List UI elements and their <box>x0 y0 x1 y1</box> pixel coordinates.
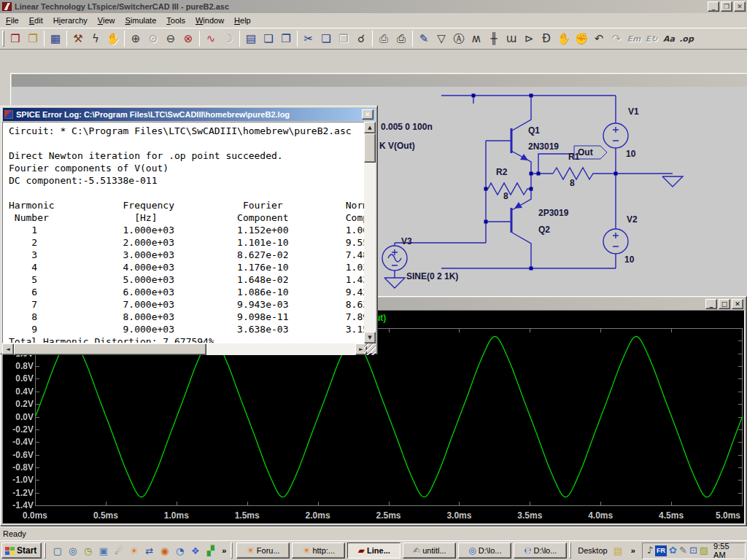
menu-file[interactable]: File <box>1 14 24 27</box>
menu-hierarchy[interactable]: Hierarchy <box>48 14 93 27</box>
copy-button[interactable]: ❏ <box>317 30 335 47</box>
task-untitled[interactable]: ✍untitl... <box>403 542 456 559</box>
open-file-button[interactable]: ❐ <box>24 30 42 47</box>
quicklaunch-show-desktop[interactable]: ▢ <box>50 543 65 559</box>
quicklaunch-search[interactable]: ◎ <box>65 543 80 559</box>
task-explorer-1-label: D:\lo... <box>479 546 502 555</box>
r1-value: 8 <box>570 178 575 188</box>
zoom-in-button[interactable]: ⊕ <box>127 30 144 47</box>
quicklaunch-mozilla[interactable]: ☄ <box>111 543 126 559</box>
volume-tray-icon[interactable]: ♪ <box>647 545 653 556</box>
task-explorer-1[interactable]: ◎D:\lo... <box>458 542 511 559</box>
error-log-title-bar[interactable]: SPICE Error Log: C:\Program Files\LTC\Sw… <box>3 108 375 121</box>
autorange-y-axis-button[interactable]: ∿ <box>202 30 220 47</box>
quicklaunch-firefox[interactable]: ☀ <box>126 543 142 559</box>
keyboard-layout-fr[interactable]: FR <box>655 545 667 556</box>
zoom-full-extents-button[interactable]: ⊗ <box>179 30 197 47</box>
quicklaunch-clock[interactable]: ◔ <box>172 543 187 559</box>
quicklaunch-editor[interactable]: ▣ <box>96 543 111 559</box>
scroll-down-button[interactable]: ▼ <box>364 332 376 343</box>
minimize-button[interactable]: _ <box>708 1 719 12</box>
desktop-folder-icon[interactable]: ▤ <box>611 543 626 559</box>
task-zone-handle[interactable] <box>231 542 233 559</box>
schematic-window-title-bar[interactable] <box>12 74 747 87</box>
menu-simulate[interactable]: Simulate <box>120 14 161 27</box>
close-button[interactable]: ✕ <box>734 1 746 12</box>
find-button[interactable]: ☌ <box>352 30 370 47</box>
resistor-button[interactable]: ʍ <box>468 30 485 47</box>
task-ltspice[interactable]: ▰Line... <box>347 542 400 559</box>
quicklaunch-folder-sync[interactable]: ⇄ <box>142 543 157 559</box>
menu-tools[interactable]: Tools <box>161 14 190 27</box>
x-axis-tick-label: 2.0ms <box>302 510 334 521</box>
antivirus-tray-icon[interactable]: ▨ <box>700 545 708 556</box>
ground-button[interactable]: ▽ <box>433 30 450 47</box>
control-panel-button[interactable]: ⚒ <box>69 30 87 47</box>
pen-tray-icon[interactable]: ✎ <box>679 545 687 556</box>
r2-ref: R2 <box>496 167 507 177</box>
y-axis-tick-label: 0.6V <box>4 373 34 384</box>
quicklaunch-scheduler[interactable]: ◷ <box>80 543 96 559</box>
desktop-overflow-chevron[interactable]: » <box>629 546 638 555</box>
quick-launch-handle[interactable] <box>44 542 46 559</box>
spice-error-log-window: SPICE Error Log: C:\Program Files\LTC\Sw… <box>0 105 378 354</box>
cascade-windows-button[interactable]: ❏ <box>260 30 277 47</box>
move-button[interactable]: ✋ <box>555 30 573 47</box>
task-explorer-2[interactable]: ℮D:\lo... <box>514 542 567 559</box>
horizontal-scroll-thumb[interactable] <box>14 343 206 355</box>
quick-launch-overflow-chevron[interactable]: » <box>220 546 228 555</box>
zoom-out-button[interactable]: ⊖ <box>162 30 179 47</box>
text-button[interactable]: Aa <box>660 30 678 47</box>
error-log-close-button[interactable]: ✕ <box>362 109 374 120</box>
vertical-scroll-thumb[interactable] <box>364 133 376 163</box>
start-button[interactable]: Start <box>1 542 42 559</box>
new-schematic-button[interactable]: ❒ <box>7 30 24 47</box>
error-log-text[interactable]: Circuit: * C:\Program Files\LTC\SwCADIII… <box>2 122 365 343</box>
task-forum[interactable]: ☀Foru... <box>236 542 290 559</box>
save-button[interactable]: ▦ <box>47 30 64 47</box>
error-log-vertical-scrollbar[interactable]: ▲ ▼ <box>364 122 376 343</box>
label-net-button[interactable]: Ⓐ <box>450 30 468 47</box>
inductor-button[interactable]: ɯ <box>503 30 520 47</box>
scroll-up-button[interactable]: ▲ <box>364 122 376 133</box>
drag-button[interactable]: ✊ <box>573 30 590 47</box>
run-button[interactable]: ϟ <box>87 30 104 47</box>
toolbar-drag-handle[interactable] <box>2 31 4 47</box>
wire-junction <box>484 187 488 191</box>
component-button[interactable]: Ð <box>538 30 555 47</box>
menu-window[interactable]: Window <box>190 14 229 27</box>
quicklaunch-picture[interactable]: ▞ <box>203 543 218 559</box>
error-log-horizontal-scrollbar[interactable]: ◄ ► <box>2 343 367 355</box>
icq-tray-icon[interactable]: ✿ <box>669 545 677 556</box>
quicklaunch-media-player[interactable]: ◉ <box>157 543 172 559</box>
tile-windows-button[interactable]: ▤ <box>242 30 260 47</box>
restore-button[interactable]: ❐ <box>721 1 732 12</box>
menu-help[interactable]: Help <box>229 14 256 27</box>
windows-flag-icon <box>5 547 9 551</box>
quicklaunch-messenger[interactable]: ❖ <box>187 543 203 559</box>
status-text: Ready <box>3 529 26 538</box>
toolbar-separator <box>412 31 413 47</box>
print-setup-button[interactable]: ⎙ <box>375 30 392 47</box>
cut-button[interactable]: ✂ <box>300 30 317 47</box>
security-tray-icon[interactable]: ⊡ <box>689 545 697 556</box>
diode-button[interactable]: ⊳ <box>520 30 538 47</box>
task-http[interactable]: ☀http:... <box>292 542 345 559</box>
waveform-minimize-button[interactable]: _ <box>705 299 717 309</box>
scroll-left-button[interactable]: ◄ <box>2 343 14 355</box>
spice-directive-button[interactable]: .op <box>678 30 695 47</box>
y-axis-tick-label: -0.8V <box>4 462 34 472</box>
undo-button[interactable]: ↶ <box>590 30 608 47</box>
capacitor-button[interactable]: ╫ <box>485 30 503 47</box>
menu-view[interactable]: View <box>93 14 120 27</box>
waveform-maximize-button[interactable]: □ <box>719 299 730 309</box>
arrange-windows-button[interactable]: ❐ <box>277 30 295 47</box>
resize-grip[interactable] <box>364 343 376 355</box>
draft-wire-button[interactable]: ✎ <box>415 30 433 47</box>
print-button[interactable]: ⎙ <box>392 30 410 47</box>
menu-edit[interactable]: Edit <box>24 14 48 27</box>
wire-junction <box>530 172 533 176</box>
waveform-close-button[interactable]: ✕ <box>732 299 743 309</box>
desktop-zone-handle[interactable] <box>569 542 571 559</box>
v3-value: SINE(0 2 1K) <box>406 271 458 281</box>
